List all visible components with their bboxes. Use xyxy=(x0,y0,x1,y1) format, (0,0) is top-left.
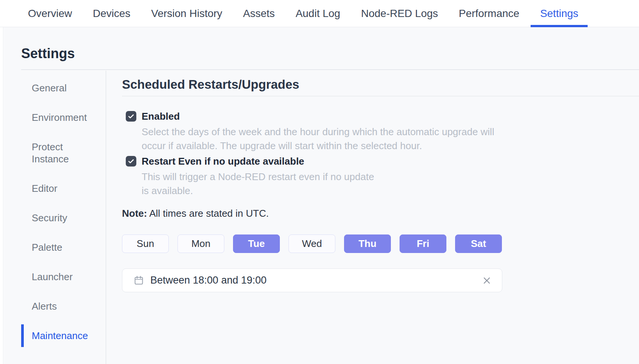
sidebar-item-label: Maintenance xyxy=(32,330,88,342)
page-title: Settings xyxy=(21,46,639,61)
tab-audit-log[interactable]: Audit Log xyxy=(286,0,350,27)
left-edge-divider xyxy=(0,27,3,364)
sidebar-item-palette[interactable]: Palette xyxy=(21,236,106,259)
settings-sidebar: General Environment Protect Instance Edi… xyxy=(21,71,106,364)
settings-page: Settings General Environment Protect Ins… xyxy=(4,27,639,364)
day-button-mon[interactable]: Mon xyxy=(178,234,224,253)
day-selector: Sun Mon Tue Wed Thu Fri Sat xyxy=(122,234,639,253)
day-button-thu[interactable]: Thu xyxy=(344,234,391,253)
day-button-sat[interactable]: Sat xyxy=(455,234,502,253)
enabled-option: Enabled Select the days of the week and … xyxy=(126,110,639,153)
note-text: All times are stated in UTC. xyxy=(149,208,269,219)
maintenance-panel: Scheduled Restarts/Upgrades Enabled Sele… xyxy=(122,71,639,364)
clear-schedule-button[interactable] xyxy=(481,275,493,287)
restart-option-body: Restart Even if no update available This… xyxy=(142,155,378,198)
sidebar-item-label: Alerts xyxy=(32,300,57,312)
sidebar-item-label: Palette xyxy=(32,241,62,253)
sidebar-item-environment[interactable]: Environment xyxy=(21,106,106,129)
enabled-description: Select the days of the week and the hour… xyxy=(142,125,497,153)
instance-settings-screen: Overview Devices Version History Assets … xyxy=(0,0,639,364)
note-label: Note: xyxy=(122,208,147,219)
day-button-wed[interactable]: Wed xyxy=(289,234,335,253)
tab-assets[interactable]: Assets xyxy=(234,0,284,27)
sidebar-item-general[interactable]: General xyxy=(21,77,106,99)
day-button-tue[interactable]: Tue xyxy=(233,234,280,253)
check-icon xyxy=(127,113,135,120)
enabled-label: Enabled xyxy=(142,110,497,122)
sidebar-item-launcher[interactable]: Launcher xyxy=(21,265,106,288)
check-icon xyxy=(127,157,135,165)
restart-option: Restart Even if no update available This… xyxy=(126,155,639,198)
schedule-window-value: Between 18:00 and 19:00 xyxy=(150,275,481,286)
calendar-icon xyxy=(134,275,144,285)
utc-note: Note: All times are stated in UTC. xyxy=(122,207,639,219)
tab-version-history[interactable]: Version History xyxy=(142,0,232,27)
restart-checkbox[interactable] xyxy=(126,156,136,167)
title-divider xyxy=(21,69,639,70)
sidebar-item-editor[interactable]: Editor xyxy=(21,177,106,200)
sidebar-item-protect-instance[interactable]: Protect Instance xyxy=(21,136,106,170)
sidebar-item-alerts[interactable]: Alerts xyxy=(21,295,106,318)
sidebar-item-label: General xyxy=(32,82,67,94)
sidebar-item-label: Environment xyxy=(32,111,87,123)
tab-devices[interactable]: Devices xyxy=(83,0,140,27)
sidebar-item-security[interactable]: Security xyxy=(21,207,106,229)
enabled-checkbox[interactable] xyxy=(126,111,136,122)
sidebar-item-label: Security xyxy=(32,212,67,224)
instance-tab-bar: Overview Devices Version History Assets … xyxy=(0,0,639,27)
tab-performance[interactable]: Performance xyxy=(449,0,529,27)
restart-label: Restart Even if no update available xyxy=(142,155,378,167)
day-button-sun[interactable]: Sun xyxy=(122,234,169,253)
sidebar-item-label: Editor xyxy=(32,182,57,194)
tab-node-red-logs[interactable]: Node-RED Logs xyxy=(352,0,448,27)
settings-columns: General Environment Protect Instance Edi… xyxy=(21,71,639,364)
enabled-option-body: Enabled Select the days of the week and … xyxy=(142,110,497,153)
day-button-fri[interactable]: Fri xyxy=(400,234,446,253)
sidebar-item-maintenance[interactable]: Maintenance xyxy=(21,324,106,347)
sidebar-item-label: Protect Instance xyxy=(32,141,88,165)
close-icon xyxy=(482,276,491,285)
tab-nav: Overview Devices Version History Assets … xyxy=(0,0,639,27)
sidebar-item-label: Launcher xyxy=(32,271,73,283)
schedule-window-field[interactable]: Between 18:00 and 19:00 xyxy=(122,268,502,292)
tab-overview[interactable]: Overview xyxy=(19,0,82,27)
tab-settings[interactable]: Settings xyxy=(531,0,588,27)
section-title: Scheduled Restarts/Upgrades xyxy=(122,78,639,96)
restart-description: This will trigger a Node-RED restart eve… xyxy=(142,170,378,198)
